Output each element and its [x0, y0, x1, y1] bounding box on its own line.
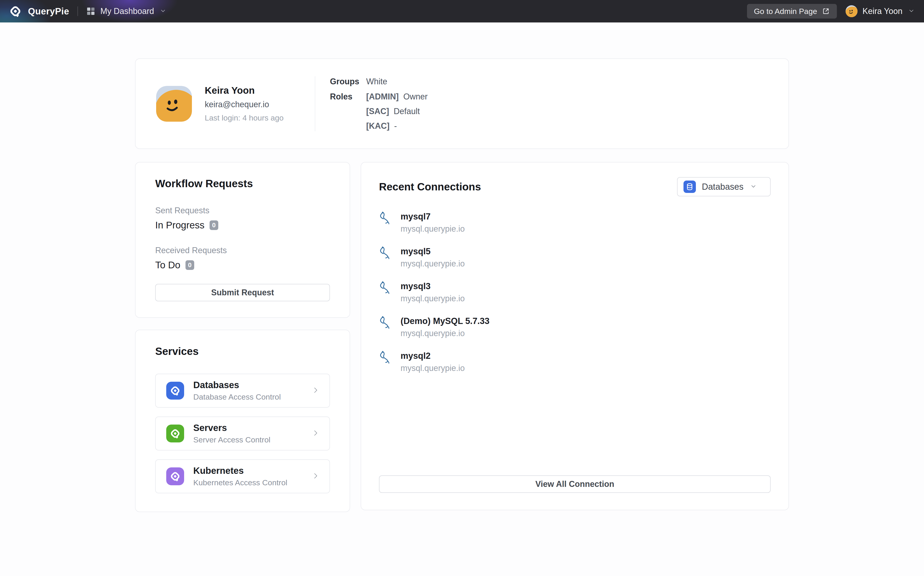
- todo-label: To Do: [155, 259, 180, 271]
- role-tag: [SAC]: [366, 107, 389, 116]
- groups-label: Groups: [330, 77, 365, 86]
- profile-last-login: Last login: 4 hours ago: [205, 114, 306, 122]
- profile-name: Keira Yoon: [205, 85, 306, 96]
- connection-name: mysql7: [401, 211, 465, 222]
- querypie-service-icon: [166, 467, 184, 485]
- workflow-title: Workflow Requests: [155, 177, 330, 190]
- view-all-connection-button[interactable]: View All Connection: [379, 475, 771, 493]
- received-requests-label: Received Requests: [155, 245, 330, 256]
- workflow-requests-card: Workflow Requests Sent Requests In Progr…: [135, 162, 350, 318]
- service-item[interactable]: Servers Server Access Control: [155, 416, 330, 450]
- role-row: [ADMIN] Owner: [366, 92, 428, 101]
- topbar: QueryPie My Dashboard Go to Admin Page: [0, 0, 924, 22]
- recent-connections-card: Recent Connections Databases: [361, 162, 789, 510]
- recent-connections-title: Recent Connections: [379, 180, 481, 193]
- mysql-icon: [379, 211, 393, 227]
- nav-my-dashboard[interactable]: My Dashboard: [86, 6, 167, 16]
- service-name: Databases: [193, 380, 281, 390]
- user-menu[interactable]: Keira Yoon: [845, 5, 915, 17]
- querypie-service-icon: [166, 424, 184, 442]
- nav-label: My Dashboard: [100, 6, 154, 16]
- chevron-right-icon: [311, 471, 320, 482]
- service-description: Kubernetes Access Control: [193, 478, 287, 487]
- connection-item[interactable]: mysql5 mysql.querypie.io: [379, 246, 771, 269]
- in-progress-label: In Progress: [155, 219, 205, 231]
- role-row: [KAC] -: [366, 121, 428, 131]
- roles-label: Roles: [330, 92, 365, 101]
- chevron-down-icon: [159, 7, 167, 16]
- connection-type-select[interactable]: Databases: [677, 177, 771, 196]
- connection-item[interactable]: (Demo) MySQL 5.7.33 mysql.querypie.io: [379, 315, 771, 338]
- go-to-admin-page-button[interactable]: Go to Admin Page: [747, 4, 837, 19]
- topbar-divider: [77, 6, 78, 16]
- connection-name: mysql5: [401, 246, 465, 257]
- role-tag: [KAC]: [366, 121, 390, 131]
- groups-value: White: [366, 77, 428, 86]
- mysql-icon: [379, 281, 393, 296]
- chevron-down-icon: [749, 182, 757, 191]
- role-value: Default: [394, 107, 420, 116]
- role-value: Owner: [403, 92, 428, 101]
- connection-item[interactable]: mysql2 mysql.querypie.io: [379, 350, 771, 373]
- connection-host: mysql.querypie.io: [401, 259, 465, 269]
- grid-icon: [86, 6, 95, 16]
- connection-list: mysql7 mysql.querypie.io mysql5 mysql.qu…: [379, 211, 771, 385]
- app-name: QueryPie: [28, 6, 69, 16]
- connection-name: mysql3: [401, 281, 465, 292]
- service-description: Server Access Control: [193, 435, 270, 444]
- todo-row[interactable]: To Do 0: [155, 259, 330, 271]
- connection-name: (Demo) MySQL 5.7.33: [401, 315, 489, 326]
- connection-name: mysql2: [401, 350, 465, 361]
- service-item[interactable]: Kubernetes Kubernetes Access Control: [155, 459, 330, 493]
- querypie-service-icon: [166, 382, 184, 400]
- connection-item[interactable]: mysql7 mysql.querypie.io: [379, 211, 771, 234]
- profile-email: keira@chequer.io: [205, 100, 306, 109]
- todo-count-badge: 0: [186, 260, 194, 270]
- connection-host: mysql.querypie.io: [401, 363, 465, 373]
- chevron-right-icon: [311, 429, 320, 438]
- in-progress-count-badge: 0: [210, 221, 218, 230]
- connection-host: mysql.querypie.io: [401, 293, 465, 304]
- user-name: Keira Yoon: [863, 6, 902, 16]
- select-value: Databases: [702, 182, 744, 192]
- admin-button-label: Go to Admin Page: [754, 7, 817, 16]
- roles-list: [ADMIN] Owner [SAC] Default [KAC] -: [366, 92, 428, 131]
- profile-card: Keira Yoon keira@chequer.io Last login: …: [135, 58, 789, 149]
- connection-item[interactable]: mysql3 mysql.querypie.io: [379, 281, 771, 304]
- mysql-icon: [379, 350, 393, 366]
- mysql-icon: [379, 315, 393, 331]
- in-progress-row[interactable]: In Progress 0: [155, 219, 330, 231]
- database-icon: [683, 181, 696, 193]
- connection-host: mysql.querypie.io: [401, 328, 489, 338]
- chevron-down-icon: [908, 7, 915, 16]
- chevron-right-icon: [311, 386, 320, 396]
- services-title: Services: [155, 345, 330, 358]
- role-tag: [ADMIN]: [366, 92, 399, 101]
- service-name: Kubernetes: [193, 466, 287, 476]
- role-value: -: [394, 121, 397, 131]
- profile-divider: [315, 76, 315, 131]
- external-link-icon: [822, 7, 830, 15]
- user-avatar: [845, 5, 858, 17]
- mysql-icon: [379, 246, 393, 261]
- submit-request-button[interactable]: Submit Request: [155, 284, 330, 301]
- profile-avatar: [156, 86, 192, 122]
- service-list: Databases Database Access Control Server…: [155, 374, 330, 493]
- service-name: Servers: [193, 423, 270, 433]
- services-card: Services Databases Database Access Contr…: [135, 330, 350, 512]
- role-row: [SAC] Default: [366, 107, 428, 116]
- sent-requests-label: Sent Requests: [155, 205, 330, 216]
- service-item[interactable]: Databases Database Access Control: [155, 374, 330, 408]
- querypie-logo-icon: [9, 5, 22, 18]
- brand: QueryPie: [9, 5, 69, 18]
- connection-host: mysql.querypie.io: [401, 224, 465, 234]
- service-description: Database Access Control: [193, 392, 281, 402]
